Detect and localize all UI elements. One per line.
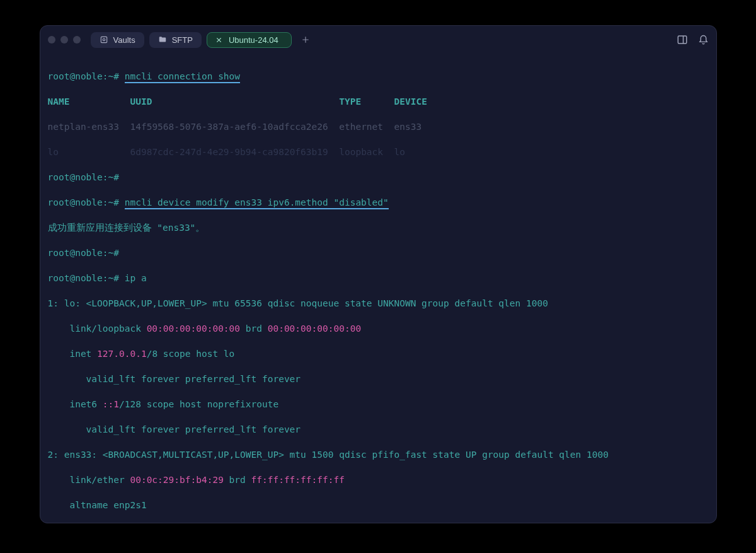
command-nmcli-show: nmcli connection show (125, 71, 240, 83)
ip-output: /8 scope host lo (147, 349, 235, 359)
svg-rect-6 (678, 36, 687, 44)
terminal-window: Vaults SFTP Ubuntu-24.04 root@no (40, 25, 717, 523)
close-tab-icon[interactable] (215, 35, 224, 44)
conn-type: ethernet (339, 122, 383, 132)
folder-icon (158, 35, 167, 44)
bell-icon[interactable] (698, 35, 709, 45)
col-name: NAME (48, 96, 70, 107)
conn-name: netplan-ens33 (48, 122, 120, 132)
tab-sftp[interactable]: SFTP (149, 32, 202, 48)
ip-output: link/ether (48, 475, 130, 485)
command-nmcli-modify: nmcli device modify ens33 ipv6.method "d… (125, 197, 389, 209)
titlebar-right-icons (677, 34, 709, 45)
mac-address: 00:00:00:00:00:00 (268, 323, 361, 334)
ip-output: inet6 (48, 399, 103, 409)
ipv6-address: ::1 (103, 399, 119, 409)
prompt: root@noble:~# (48, 71, 120, 81)
mac-address: ff:ff:ff:ff:ff:ff (251, 475, 345, 485)
tab-ubuntu[interactable]: Ubuntu-24.04 (207, 32, 292, 48)
vault-icon (100, 35, 108, 44)
conn-uuid: 14f59568-5076-387a-aef6-10adfcca2e26 (130, 122, 328, 132)
prompt: root@noble:~# (48, 248, 120, 258)
ip-output: altname enp2s1 (48, 499, 709, 511)
panel-toggle-icon[interactable] (677, 34, 688, 45)
ip-output: 2: ens33: <BROADCAST,MULTICAST,UP,LOWER_… (48, 448, 709, 461)
terminal-output[interactable]: root@noble:~# nmcli connection show NAME… (40, 54, 716, 523)
ip-output: link/loopback (48, 323, 147, 334)
tab-vaults[interactable]: Vaults (91, 32, 144, 48)
success-message: 成功重新应用连接到设备 "ens33"。 (48, 221, 709, 234)
conn-name: lo (48, 147, 59, 157)
prompt: root@noble:~# (48, 273, 120, 283)
titlebar: Vaults SFTP Ubuntu-24.04 (40, 26, 716, 54)
tab-label: Vaults (113, 35, 135, 45)
ip-output: valid_lft forever preferred_lft forever (48, 423, 709, 436)
conn-device: ens33 (394, 122, 422, 132)
mac-address: 00:0c:29:bf:b4:29 (130, 475, 223, 485)
svg-rect-0 (101, 37, 106, 42)
ip-output: inet (48, 349, 98, 359)
tab-label: Ubuntu-24.04 (229, 35, 278, 45)
ip-address: 127.0.0.1 (97, 349, 147, 359)
maximize-window-button[interactable] (73, 36, 81, 44)
ip-output: /128 scope host noprefixroute (119, 399, 278, 409)
minimize-window-button[interactable] (60, 36, 68, 44)
conn-uuid: 6d987cdc-247d-4e29-9b94-ca9820f63b19 (130, 147, 328, 157)
prompt: root@noble:~# (48, 172, 120, 182)
prompt: root@noble:~# (48, 197, 120, 207)
ip-output: brd (224, 475, 251, 485)
window-controls (48, 36, 81, 44)
col-device: DEVICE (394, 96, 427, 107)
tab-label: SFTP (172, 35, 193, 45)
ip-output: brd (240, 323, 268, 334)
ip-output: valid_lft forever preferred_lft forever (48, 373, 709, 385)
add-tab-button[interactable] (297, 31, 314, 49)
close-window-button[interactable] (48, 36, 55, 44)
col-uuid: UUID (130, 96, 152, 107)
mac-address: 00:00:00:00:00:00 (147, 323, 240, 334)
svg-point-1 (103, 38, 105, 41)
ip-output: 1: lo: <LOOPBACK,UP,LOWER_UP> mtu 65536 … (48, 297, 709, 310)
col-type: TYPE (339, 96, 361, 107)
conn-type: loopback (339, 147, 383, 157)
conn-device: lo (394, 147, 405, 157)
command-ip-a: ip a (125, 273, 147, 283)
